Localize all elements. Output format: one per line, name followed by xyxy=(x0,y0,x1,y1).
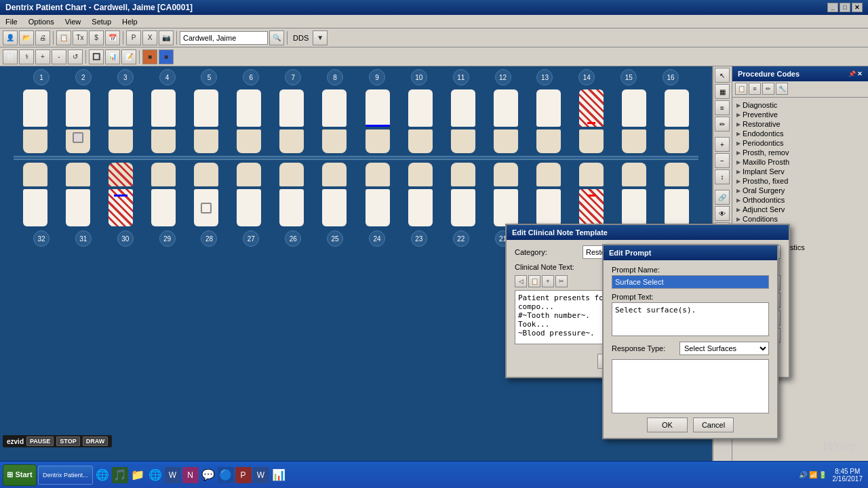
tooth-19-root[interactable] xyxy=(579,163,604,186)
taskbar-ppt[interactable]: P xyxy=(235,467,252,483)
tooth-num-25[interactable]: 25 xyxy=(327,230,343,247)
tooth-18-crown[interactable] xyxy=(622,189,646,226)
tooth-6-crown[interactable] xyxy=(237,89,261,127)
tooth-num-23[interactable]: 23 xyxy=(411,230,427,247)
tooth-8-root[interactable] xyxy=(322,129,347,153)
menu-view[interactable]: View xyxy=(62,18,84,26)
menu-help[interactable]: Help xyxy=(119,18,140,26)
tooth-16-root[interactable] xyxy=(665,129,689,153)
tooth-num-29[interactable]: 29 xyxy=(159,230,176,247)
tooth-num-13[interactable]: 13 xyxy=(536,69,553,85)
proc-tb-3[interactable]: ✏ xyxy=(762,83,774,95)
tooth-30-root[interactable] xyxy=(108,163,133,186)
cat-periodontics[interactable]: ▶Periodontics xyxy=(732,138,868,148)
tooth-num-8[interactable]: 8 xyxy=(327,69,343,85)
tooth-22-root[interactable] xyxy=(451,163,475,186)
taskbar-word[interactable]: W xyxy=(165,467,181,483)
tooth-31-crown[interactable] xyxy=(66,189,90,226)
taskbar-chat[interactable]: 💬 xyxy=(200,467,216,483)
ezvid-draw-btn[interactable]: DRAW xyxy=(83,436,108,446)
tooth-num-28[interactable]: 28 xyxy=(201,230,217,247)
tooth-29-root[interactable] xyxy=(151,163,176,186)
cat-preventive[interactable]: ▶Preventive xyxy=(732,110,868,119)
tooth-num-32[interactable]: 32 xyxy=(33,230,50,247)
cat-orthodontics[interactable]: ▶Orthodontics xyxy=(732,195,868,205)
taskbar-folder[interactable]: 📁 xyxy=(130,467,146,483)
tooth-4-crown[interactable] xyxy=(151,89,176,127)
tooth-num-27[interactable]: 27 xyxy=(243,230,259,247)
prompt-ok-btn[interactable]: OK xyxy=(647,418,688,432)
chart-btn[interactable]: 📋 xyxy=(56,30,71,45)
cat-endodontics[interactable]: ▶Endodontics xyxy=(732,129,868,138)
proc-icon-cursor[interactable]: ↖ xyxy=(715,68,730,83)
tooth-1-crown[interactable] xyxy=(23,89,47,127)
dt-2[interactable]: 📋 xyxy=(528,275,540,287)
title-bar-controls[interactable]: _ □ ✕ xyxy=(827,3,863,12)
view-btn-2[interactable]: 📊 xyxy=(105,49,120,64)
taskbar-dentrix[interactable]: Dentrix Patient... xyxy=(38,466,93,485)
tooth-21-root[interactable] xyxy=(494,163,518,186)
tooth-15-crown[interactable] xyxy=(622,89,646,127)
tooth-btn-3[interactable]: + xyxy=(35,49,50,64)
tooth-num-12[interactable]: 12 xyxy=(495,69,511,85)
tooth-num-1[interactable]: 1 xyxy=(33,69,50,85)
menu-setup[interactable]: Setup xyxy=(89,18,114,26)
proc-icon-minus[interactable]: − xyxy=(715,153,730,168)
tooth-num-26[interactable]: 26 xyxy=(285,230,301,247)
proc-icon-eye[interactable]: 👁 xyxy=(715,206,730,221)
tooth-num-7[interactable]: 7 xyxy=(285,69,301,85)
tooth-9-root[interactable] xyxy=(366,129,390,153)
tooth-31-root[interactable] xyxy=(66,163,90,186)
proc-icon-grid[interactable]: ▦ xyxy=(715,84,730,99)
taskbar-blue-app[interactable]: 🔵 xyxy=(218,467,234,483)
tooth-27-root[interactable] xyxy=(237,163,261,186)
tooth-10-root[interactable] xyxy=(408,129,433,153)
tooth-num-31[interactable]: 31 xyxy=(75,230,92,247)
color-btn-2[interactable]: ■ xyxy=(159,49,174,64)
new-patient-btn[interactable]: 👤 xyxy=(3,30,18,45)
prompt-response-select[interactable]: Select Surfaces Free Text Yes/No Date xyxy=(679,342,769,355)
color-btn-1[interactable]: ■ xyxy=(142,49,157,64)
taskbar-music[interactable]: 🎵 xyxy=(112,467,128,483)
tooth-28-root[interactable] xyxy=(194,163,218,186)
tooth-7-root[interactable] xyxy=(279,129,304,153)
maximize-button[interactable]: □ xyxy=(840,3,850,12)
tooth-14-crown[interactable] xyxy=(579,89,604,127)
view-btn-1[interactable]: 🔲 xyxy=(89,49,104,64)
tooth-num-10[interactable]: 10 xyxy=(411,69,427,85)
tooth-16-crown[interactable] xyxy=(665,89,689,127)
tooth-21-crown[interactable] xyxy=(494,189,518,226)
taskbar-excel[interactable]: 📊 xyxy=(271,467,287,483)
tooth-17-root[interactable] xyxy=(665,163,689,186)
tooth-num-11[interactable]: 11 xyxy=(453,69,469,85)
cat-conditions[interactable]: ▶Conditions xyxy=(732,214,868,224)
tooth-18-root[interactable] xyxy=(622,163,646,186)
tooth-num-30[interactable]: 30 xyxy=(117,230,134,247)
xray-btn[interactable]: X xyxy=(142,30,157,45)
minimize-button[interactable]: _ xyxy=(827,3,838,12)
tooth-4-root[interactable] xyxy=(151,129,176,153)
proc-tb-2[interactable]: ≡ xyxy=(749,83,761,95)
cat-diagnostic[interactable]: ▶Diagnostic xyxy=(732,100,868,110)
ezvid-pause-btn[interactable]: PAUSE xyxy=(26,436,54,446)
tooth-2-root[interactable] xyxy=(66,129,90,153)
close-button[interactable]: ✕ xyxy=(852,3,863,12)
proc-header-controls[interactable]: 📌 ✕ xyxy=(848,70,863,77)
tooth-8-crown[interactable] xyxy=(322,89,347,127)
open-btn[interactable]: 📂 xyxy=(19,30,34,45)
prompt-name-input[interactable] xyxy=(612,275,769,289)
tooth-btn-2[interactable]: ⚕ xyxy=(19,49,34,64)
tooth-num-2[interactable]: 2 xyxy=(75,69,92,85)
tooth-11-root[interactable] xyxy=(451,129,475,153)
tooth-12-root[interactable] xyxy=(494,129,518,153)
tooth-num-14[interactable]: 14 xyxy=(578,69,595,85)
tooth-btn-5[interactable]: ↺ xyxy=(68,49,83,64)
proc-tb-4[interactable]: 🔧 xyxy=(776,83,788,95)
tooth-32-root[interactable] xyxy=(23,163,47,186)
tooth-2-crown[interactable] xyxy=(66,89,90,127)
patient-dropdown[interactable]: Cardwell, Jaime xyxy=(180,31,268,45)
tooth-num-22[interactable]: 22 xyxy=(453,230,469,247)
print-btn[interactable]: 🖨 xyxy=(35,30,50,45)
tooth-26-crown[interactable] xyxy=(279,189,304,226)
tooth-32-crown[interactable] xyxy=(23,189,47,226)
